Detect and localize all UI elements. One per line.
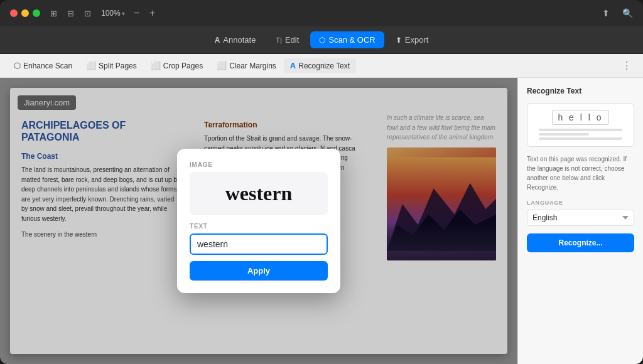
zoom-in-button[interactable]: + [148,8,156,19]
popup-image-display: western [190,172,328,215]
preview-line-2 [539,133,589,136]
document-area: Jianeryi.com ARCHIPELAGOES OF PATAGONIA … [0,78,517,364]
language-label: LANGUAGE [527,200,634,206]
apply-button[interactable]: Apply [190,261,328,281]
subtoolbar-more-button[interactable]: ⋮ [618,60,635,72]
subtoolbar: ⬡ Enhance Scan ⬜ Split Pages ⬜ Crop Page… [0,54,643,78]
edit-icon: T| [276,36,282,44]
edit-label: Edit [285,35,299,45]
recognize-text-label: Recognize Text [298,62,350,70]
ocr-text-input[interactable] [190,233,328,255]
crop-pages-icon: ⬜ [151,61,161,70]
recognize-button[interactable]: Recognize... [527,233,634,252]
zoom-chevron: ▾ [122,10,125,17]
annotate-icon: A [215,36,220,45]
panel-title: Recognize Text [527,87,634,95]
tab-scan[interactable]: ⬡ Scan & OCR [310,31,384,48]
view-icon-1[interactable]: ⊞ [48,8,60,19]
scan-icon: ⬡ [319,36,325,45]
preview-line-3 [539,137,622,140]
text-label: TEXT [190,223,328,230]
clear-margins-icon: ⬜ [217,61,227,70]
maximize-button[interactable] [33,9,40,17]
panel-preview-lines [534,129,627,140]
image-label: IMAGE [190,161,328,168]
minimize-button[interactable] [21,9,29,17]
split-pages-button[interactable]: ⬜ Split Pages [80,58,143,73]
toolbar: A Annotate T| Edit ⬡ Scan & OCR ⬆ Export [0,26,643,54]
recognize-text-icon: A [290,61,296,70]
recognize-text-button[interactable]: A Recognize Text [284,58,356,73]
export-label: Export [405,35,429,45]
ocr-popup: IMAGE western TEXT Apply [177,149,340,293]
window-controls [10,9,40,17]
scan-label: Scan & OCR [328,35,375,45]
preview-line-1 [539,129,622,131]
export-icon: ⬆ [396,36,402,45]
split-pages-label: Split Pages [99,62,137,70]
crop-pages-label: Crop Pages [163,62,203,70]
titlebar: ⊞ ⊟ ⊡ 100% ▾ − + ⬆ 🔍 [0,0,643,26]
popup-overlay: IMAGE western TEXT Apply [10,88,507,354]
view-icon-2[interactable]: ⊟ [65,8,77,19]
annotate-label: Annotate [223,35,256,45]
view-icons: ⊞ ⊟ ⊡ [48,8,94,19]
zoom-out-button[interactable]: − [132,8,141,19]
right-panel: Recognize Text h e l l o Text on this pa… [517,78,643,364]
panel-description: Text on this page was recognized. If the… [527,154,634,192]
clear-margins-button[interactable]: ⬜ Clear Margins [210,58,283,73]
language-select[interactable]: English French German Spanish [527,210,634,226]
close-button[interactable] [10,9,18,17]
crop-pages-button[interactable]: ⬜ Crop Pages [144,58,209,73]
enhance-scan-icon: ⬡ [14,61,21,70]
panel-preview: h e l l o [527,103,634,147]
tab-export[interactable]: ⬆ Export [387,31,438,48]
search-icon[interactable]: 🔍 [622,8,633,18]
main-content: Jianeryi.com ARCHIPELAGOES OF PATAGONIA … [0,78,643,364]
popup-image-section: IMAGE western [190,161,328,215]
clear-margins-label: Clear Margins [229,62,276,70]
popup-image-word: western [200,182,318,205]
zoom-control[interactable]: 100% ▾ [101,9,125,18]
enhance-scan-label: Enhance Scan [23,62,72,70]
enhance-scan-button[interactable]: ⬡ Enhance Scan [8,58,78,73]
split-pages-icon: ⬜ [86,61,96,70]
tab-edit[interactable]: T| Edit [267,31,308,48]
tab-annotate[interactable]: A Annotate [206,31,265,48]
panel-preview-word: h e l l o [552,110,608,125]
zoom-label: 100% [101,9,121,18]
share-icon[interactable]: ⬆ [602,8,610,18]
document-inner: Jianeryi.com ARCHIPELAGOES OF PATAGONIA … [10,88,507,354]
view-icon-3[interactable]: ⊡ [82,8,94,19]
